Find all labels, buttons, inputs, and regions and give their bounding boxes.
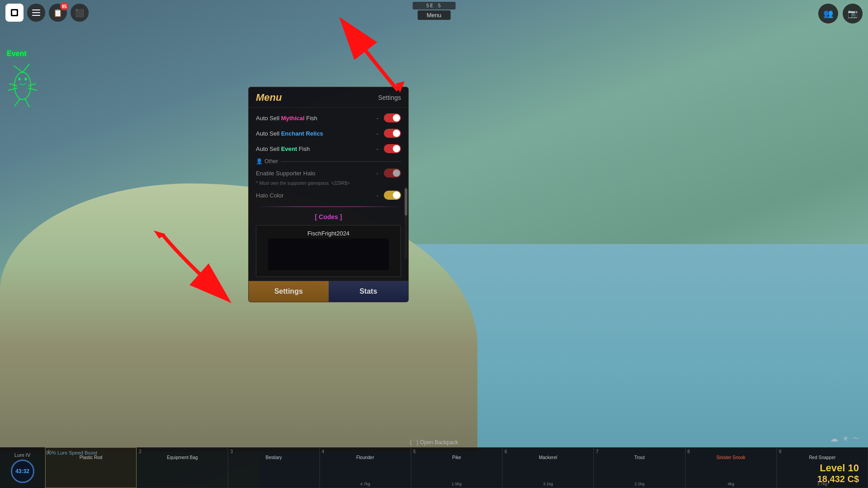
other-section-label: 👤 Other bbox=[256, 158, 278, 164]
toggle-row-halo-color: Halo Color - bbox=[249, 188, 408, 203]
arrow-bottom-left bbox=[149, 226, 231, 316]
slot-name-8: Sinister Snook bbox=[716, 455, 745, 460]
slot-number-8: 8 bbox=[688, 450, 690, 454]
toggle-supporter-halo[interactable] bbox=[384, 169, 401, 178]
toggle-dash-4: - bbox=[377, 170, 378, 177]
hamburger-button[interactable] bbox=[27, 4, 45, 22]
toggle-knob-3 bbox=[393, 145, 400, 152]
toggle-label-mythical: Auto Sell Mythical Fish bbox=[256, 115, 371, 122]
slot-number-2: 2 bbox=[139, 450, 142, 454]
svg-line-6 bbox=[8, 88, 17, 90]
hotbar-slot-8[interactable]: 8 Sinister Snook 4kg bbox=[685, 447, 777, 488]
slot-number-5: 5 bbox=[413, 450, 416, 454]
sun-icon: ☀ bbox=[842, 434, 849, 444]
slot-number-1: 1 bbox=[47, 450, 50, 454]
toggle-event-fish[interactable] bbox=[384, 144, 401, 153]
slot-name-4: Flounder bbox=[356, 455, 374, 460]
scroll-indicator[interactable] bbox=[405, 187, 407, 259]
notification-icon: 📋 bbox=[53, 9, 62, 17]
svg-line-3 bbox=[14, 66, 23, 72]
slot-weight-5: 1.5kg bbox=[452, 482, 462, 486]
section-line bbox=[281, 161, 401, 162]
slot-name-5: Pike bbox=[452, 455, 461, 460]
event-label: Event bbox=[7, 50, 27, 58]
slot-weight-6: 3.1kg bbox=[543, 482, 553, 486]
level-text: Level 10 bbox=[817, 462, 859, 474]
svg-rect-1 bbox=[12, 10, 17, 15]
toggle-knob-4 bbox=[393, 169, 400, 177]
top-right-buttons: 👥 📷 bbox=[818, 4, 863, 23]
hotbar-slot-5[interactable]: 5 Pike 1.5kg bbox=[411, 447, 502, 488]
toggle-row-event: Auto Sell Event Fish - bbox=[249, 141, 408, 156]
hotbar-slot-4[interactable]: 4 Flounder 4.7kg bbox=[320, 447, 411, 488]
slot-name-9: Red Snapper bbox=[809, 455, 835, 460]
notifications-button[interactable]: 📋 95 bbox=[49, 4, 67, 22]
menu-tab-label[interactable]: Menu bbox=[418, 10, 451, 20]
menu-title: Menu bbox=[256, 92, 282, 103]
slot-number-9: 9 bbox=[779, 450, 782, 454]
bottom-hud: Lure IV 43:32 90% Lure Speed Boost 1 Pla… bbox=[0, 447, 868, 488]
toggle-label-enchant: Auto Sell Enchant Relics bbox=[256, 130, 371, 137]
svg-point-11 bbox=[18, 78, 21, 80]
slot-weight-7: 2.2kg bbox=[634, 482, 644, 486]
toggle-row-mythical: Auto Sell Mythical Fish - bbox=[249, 110, 408, 126]
svg-line-5 bbox=[9, 84, 17, 86]
cloud-icon: ☁ bbox=[830, 434, 838, 444]
slot-number-4: 4 bbox=[322, 450, 325, 454]
menu-content: Auto Sell Mythical Fish - Auto Sell Ench… bbox=[249, 108, 408, 281]
toggle-label-halo: Enable Supporter Halo bbox=[256, 170, 371, 177]
settings-button[interactable]: Settings bbox=[249, 281, 329, 302]
open-backpack-label: ( ` ) Open Backpack bbox=[410, 439, 458, 446]
compass-bar: SE S bbox=[413, 2, 456, 9]
slot-number-6: 6 bbox=[505, 450, 507, 454]
toggle-dash-5: - bbox=[377, 192, 378, 199]
toggle-row-enchant: Auto Sell Enchant Relics - bbox=[249, 126, 408, 141]
toggle-dash-1: - bbox=[377, 115, 378, 122]
camera-icon: 📷 bbox=[848, 9, 858, 19]
currency-text: 18,432 C$ bbox=[817, 474, 859, 484]
capture-icon: ⬛ bbox=[75, 9, 84, 17]
hotbar-slot-7[interactable]: 7 Trout 2.2kg bbox=[594, 447, 685, 488]
hotbar: 1 Plastic Rod 2 Equipment Bag 3 Bestiary… bbox=[45, 447, 868, 488]
mythical-text: Mythical bbox=[281, 115, 305, 122]
lure-label: Lure IV bbox=[14, 452, 30, 458]
stats-button[interactable]: Stats bbox=[329, 281, 409, 302]
svg-point-12 bbox=[24, 78, 27, 80]
codes-label[interactable]: [ Codes ] bbox=[256, 213, 401, 221]
screenshot-button[interactable]: 📷 bbox=[843, 4, 863, 23]
toggle-knob-5 bbox=[393, 192, 400, 199]
slot-number-7: 7 bbox=[596, 450, 599, 454]
hamburger-icon bbox=[32, 9, 40, 16]
friends-button[interactable]: 👥 bbox=[818, 4, 838, 23]
wave-icon: 〜 bbox=[853, 435, 859, 443]
hotbar-slot-3[interactable]: 3 Bestiary bbox=[228, 447, 319, 488]
slot-name-7: Trout bbox=[634, 455, 645, 460]
friends-icon: 👥 bbox=[823, 9, 833, 19]
svg-line-8 bbox=[28, 88, 37, 90]
hotbar-slot-2[interactable]: 2 Equipment Bag bbox=[137, 447, 228, 488]
toggle-row-halo: Enable Supporter Halo - bbox=[249, 165, 408, 181]
lure-timer: 43:32 bbox=[15, 468, 29, 474]
slot-name-3: Bestiary bbox=[265, 455, 282, 460]
slot-name-6: Mackerel bbox=[539, 455, 557, 460]
svg-line-10 bbox=[25, 99, 29, 107]
bottom-right-info: Level 10 18,432 C$ bbox=[817, 462, 859, 484]
toggle-knob-2 bbox=[393, 130, 400, 137]
toggle-enchant-relics[interactable] bbox=[384, 129, 401, 138]
menu-dialog: Menu Settings Auto Sell Mythical Fish - … bbox=[248, 87, 409, 302]
toggle-halo-color[interactable] bbox=[384, 191, 401, 200]
code-input-area[interactable]: FischFright2024 bbox=[256, 225, 401, 277]
roblox-logo[interactable] bbox=[5, 4, 24, 22]
hotbar-slot-6[interactable]: 6 Mackerel 3.1kg bbox=[502, 447, 594, 488]
hotbar-slot-1[interactable]: 1 Plastic Rod bbox=[45, 447, 137, 488]
slot-weight-8: 4kg bbox=[727, 482, 734, 486]
codes-section: [ Codes ] bbox=[249, 211, 408, 222]
capture-button[interactable]: ⬛ bbox=[71, 4, 89, 22]
menu-label-top: SE S Menu bbox=[413, 2, 456, 20]
svg-line-4 bbox=[23, 64, 29, 72]
lure-panel: Lure IV 43:32 bbox=[0, 447, 45, 488]
toggle-label-halo-color: Halo Color bbox=[256, 192, 371, 199]
weather-icons: ☁ ☀ 〜 bbox=[830, 434, 859, 444]
slot-name-1: Plastic Rod bbox=[80, 455, 103, 460]
toggle-mythical-fish[interactable] bbox=[384, 113, 401, 122]
